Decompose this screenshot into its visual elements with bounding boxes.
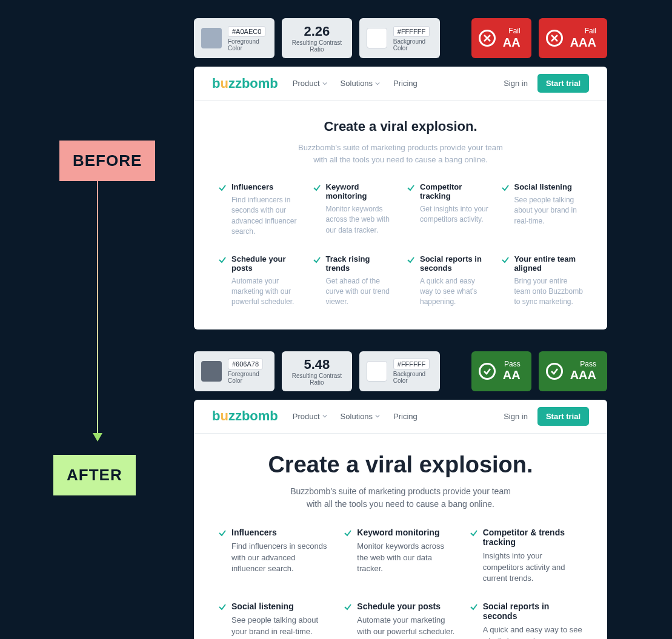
feature-title: Competitor & trends tracking bbox=[483, 528, 583, 547]
background-swatch bbox=[367, 28, 387, 48]
contrast-ratio-card: 5.48 Resulting Contrast Ratio bbox=[282, 351, 352, 391]
feature-title: Schedule your posts bbox=[357, 601, 457, 611]
aa-status: Pass bbox=[503, 360, 521, 368]
after-mockup: buzzbomb Product Solutions Pricing Sign … bbox=[194, 400, 607, 639]
before-mockup: buzzbomb Product Solutions Pricing Sign … bbox=[194, 67, 607, 329]
check-icon bbox=[218, 603, 227, 611]
logo[interactable]: buzzbomb bbox=[212, 76, 278, 91]
feature-desc: Insights into your competitors activity … bbox=[483, 551, 583, 585]
feature-item: Keyword monitoringMonitor keywords acros… bbox=[313, 182, 395, 237]
feature-item: InfluencersFind influencers in seconds w… bbox=[218, 528, 331, 585]
aaa-badge: Pass AAA bbox=[539, 351, 607, 391]
nav-solutions[interactable]: Solutions bbox=[341, 412, 380, 421]
feature-item: Social listeningSee people talking about… bbox=[218, 601, 331, 639]
start-trial-button[interactable]: Start trial bbox=[537, 74, 589, 93]
foreground-label: Foreground Color bbox=[228, 38, 267, 51]
feature-desc: Get ahead of the curve with our trend vi… bbox=[326, 276, 395, 308]
start-trial-button[interactable]: Start trial bbox=[537, 407, 589, 426]
check-icon bbox=[501, 256, 510, 264]
aaa-level: AAA bbox=[570, 36, 596, 49]
feature-title: Influencers bbox=[231, 528, 331, 537]
check-icon bbox=[344, 529, 352, 537]
check-icon bbox=[218, 256, 227, 264]
feature-title: Schedule your posts bbox=[231, 254, 301, 273]
check-icon bbox=[218, 184, 227, 192]
hero-title: Create a viral explosion. bbox=[218, 452, 583, 478]
foreground-color-card: #A0AEC0 Foreground Color bbox=[194, 18, 274, 58]
hero-subtitle: Buzzbomb's suite of marketing products p… bbox=[285, 485, 516, 511]
feature-item: Track rising trendsGet ahead of the curv… bbox=[313, 254, 395, 308]
nav: Product Solutions Pricing bbox=[293, 412, 504, 421]
aa-level: AA bbox=[503, 36, 521, 49]
aaa-status: Pass bbox=[570, 360, 596, 368]
feature-title: Social reports in seconds bbox=[420, 254, 489, 273]
mockup-body: Create a viral explosion. Buzzbomb's sui… bbox=[194, 101, 607, 329]
aaa-badge: Fail AAA bbox=[539, 18, 607, 58]
feature-desc: Find influencers in seconds with our adv… bbox=[231, 195, 301, 237]
fail-icon bbox=[479, 30, 496, 47]
pass-icon bbox=[479, 363, 496, 380]
feature-desc: See people talking about your brand in r… bbox=[231, 615, 331, 638]
check-icon bbox=[313, 256, 321, 264]
check-icon bbox=[501, 184, 510, 192]
background-color-card: #FFFFFF Background Color bbox=[359, 351, 440, 391]
fail-icon bbox=[546, 30, 563, 47]
feature-item: Social reports in secondsA quick and eas… bbox=[470, 601, 583, 639]
feature-item: Competitor trackingGet insights into you… bbox=[407, 182, 489, 237]
feature-item: Your entire team alignedBring your entir… bbox=[501, 254, 584, 308]
feature-desc: A quick and easy way to see what's happe… bbox=[420, 276, 489, 308]
mockup-header: buzzbomb Product Solutions Pricing Sign … bbox=[194, 67, 607, 101]
check-icon bbox=[313, 184, 321, 192]
nav-pricing[interactable]: Pricing bbox=[393, 412, 418, 421]
aaa-level: AAA bbox=[570, 368, 596, 382]
feature-desc: Bring your entire team onto Buzzbomb to … bbox=[514, 276, 584, 308]
logo[interactable]: buzzbomb bbox=[212, 408, 278, 424]
feature-item: InfluencersFind influencers in seconds w… bbox=[218, 182, 301, 237]
nav: Product Solutions Pricing bbox=[293, 79, 504, 88]
feature-title: Competitor tracking bbox=[420, 182, 489, 200]
arrow-line bbox=[97, 176, 98, 436]
aa-badge: Fail AA bbox=[471, 18, 531, 58]
before-section: #A0AEC0 Foreground Color 2.26 Resulting … bbox=[194, 18, 607, 329]
contrast-ratio-value: 2.26 bbox=[304, 24, 330, 39]
foreground-hex: #A0AEC0 bbox=[228, 26, 265, 37]
feature-item: Social reports in secondsA quick and eas… bbox=[407, 254, 489, 308]
feature-title: Influencers bbox=[231, 182, 301, 191]
background-color-card: #FFFFFF Background Color bbox=[359, 18, 440, 58]
contrast-ratio-card: 2.26 Resulting Contrast Ratio bbox=[282, 18, 352, 58]
background-label: Background Color bbox=[393, 38, 433, 51]
nav-solutions[interactable]: Solutions bbox=[341, 79, 380, 88]
feature-grid: InfluencersFind influencers in seconds w… bbox=[218, 182, 583, 308]
foreground-hex: #606A78 bbox=[228, 359, 263, 369]
feature-title: Track rising trends bbox=[326, 254, 395, 273]
hero-subtitle: Buzzbomb's suite of marketing products p… bbox=[298, 142, 504, 165]
contrast-ratio-value: 5.48 bbox=[304, 357, 330, 372]
aa-status: Fail bbox=[503, 27, 521, 35]
nav-product[interactable]: Product bbox=[293, 412, 327, 421]
feature-desc: Monitor keywords across the web with our… bbox=[357, 541, 457, 575]
after-section: #606A78 Foreground Color 5.48 Resulting … bbox=[194, 351, 607, 639]
foreground-label: Foreground Color bbox=[228, 371, 267, 384]
chevron-down-icon bbox=[322, 81, 327, 86]
foreground-swatch bbox=[201, 361, 222, 382]
check-icon bbox=[470, 603, 478, 611]
nav-product[interactable]: Product bbox=[293, 79, 327, 88]
chevron-down-icon bbox=[375, 414, 380, 419]
feature-title: Your entire team aligned bbox=[514, 254, 584, 273]
signin-link[interactable]: Sign in bbox=[504, 412, 528, 421]
nav-pricing[interactable]: Pricing bbox=[393, 79, 418, 88]
arrow-head-icon bbox=[93, 433, 102, 442]
aa-badge: Pass AA bbox=[471, 351, 531, 391]
signin-link[interactable]: Sign in bbox=[504, 79, 528, 88]
hero-title: Create a viral explosion. bbox=[218, 119, 583, 134]
feature-desc: Monitor keywords across the web with our… bbox=[326, 204, 395, 236]
after-label: AFTER bbox=[53, 455, 136, 495]
background-hex: #FFFFFF bbox=[393, 359, 430, 369]
feature-item: Schedule your postsAutomate your marketi… bbox=[218, 254, 301, 308]
feature-desc: See people talking about your brand in r… bbox=[514, 195, 584, 227]
check-icon bbox=[344, 603, 352, 611]
feature-item: Competitor & trends trackingInsights int… bbox=[470, 528, 583, 585]
feature-title: Social listening bbox=[514, 182, 584, 191]
background-hex: #FFFFFF bbox=[393, 26, 430, 37]
feature-desc: Automate your marketing with our powerfu… bbox=[357, 615, 457, 638]
